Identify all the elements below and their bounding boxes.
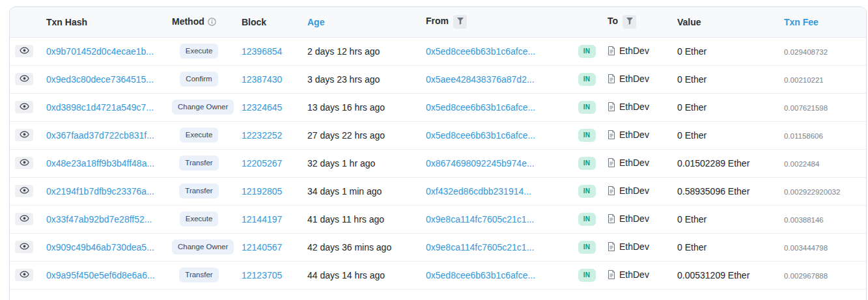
- column-header-to: To: [600, 7, 669, 37]
- cell-age: 27 days 22 hrs ago: [300, 121, 418, 149]
- expand-row-button[interactable]: [15, 129, 33, 141]
- cell-txn-fee: 0.002967888: [776, 261, 866, 289]
- from-address-link[interactable]: 0x9e8ca114fc7605c21c1...: [426, 242, 534, 252]
- from-address-link[interactable]: 0x5ed8cee6b63b1c6afce...: [426, 102, 535, 113]
- txn-hash-link[interactable]: 0x909c49b46ab730dea5...: [46, 242, 154, 252]
- txn-hash-link[interactable]: 0x9b701452d0c4ecae1b...: [46, 46, 154, 57]
- contract-document-icon: [608, 270, 615, 281]
- block-link[interactable]: 12192805: [242, 186, 282, 197]
- eye-icon: [20, 74, 29, 84]
- column-header-method: Method: [164, 7, 234, 37]
- value-text: 0.00531209 Ether: [677, 270, 749, 280]
- transactions-card: Txn Hash Method Block Age From To: [9, 7, 867, 300]
- txn-fee-text: 0.00388146: [784, 216, 824, 224]
- block-link[interactable]: 12205267: [242, 158, 282, 169]
- funnel-icon: [457, 17, 464, 27]
- cell-age: 42 days 36 mins ago: [300, 233, 418, 261]
- expand-row-button[interactable]: [15, 73, 33, 85]
- cell-from: 0x5aee428438376a87d2...: [418, 65, 574, 93]
- cell-to: EthDev: [600, 65, 669, 93]
- eye-icon: [20, 102, 29, 112]
- to-name-link[interactable]: EthDev: [619, 185, 649, 196]
- cell-from: 0x5ed8cee6b63b1c6afce...: [418, 93, 574, 121]
- to-name-link[interactable]: EthDev: [619, 213, 649, 224]
- cell-txn-fee: 0.00388146: [776, 205, 866, 233]
- cell-from: 0x9e8ca114fc7605c21c1...: [418, 205, 574, 233]
- value-text: 0 Ether: [677, 74, 707, 85]
- txn-hash-link[interactable]: 0x9ed3c80dece7364515...: [46, 74, 154, 85]
- cell-txn-hash: 0x367faad37d722cb831f...: [38, 121, 164, 149]
- txn-hash-link[interactable]: 0x33f47ab92bd7e28ff52...: [46, 214, 152, 225]
- expand-row-button[interactable]: [15, 213, 33, 225]
- cell-txn-hash: 0x9b701452d0c4ecae1b...: [38, 37, 164, 65]
- block-link[interactable]: 12387430: [242, 74, 282, 85]
- expand-row-button[interactable]: [15, 101, 33, 113]
- cell-method: Transfer: [164, 149, 234, 177]
- cell-expand: [10, 93, 38, 121]
- to-name-link[interactable]: EthDev: [619, 241, 649, 252]
- block-link[interactable]: 12123705: [242, 270, 282, 280]
- cell-method: Execute: [164, 121, 234, 149]
- from-address-link[interactable]: 0x5ed8cee6b63b1c6afce...: [426, 130, 535, 141]
- to-name-link[interactable]: EthDev: [619, 46, 649, 56]
- to-name-link[interactable]: EthDev: [619, 102, 649, 112]
- txn-fee-sort-link[interactable]: Txn Fee: [784, 17, 819, 27]
- txn-hash-header-label: Txn Hash: [46, 17, 87, 27]
- from-address-link[interactable]: 0xf432ed86cdbb231914...: [426, 186, 531, 197]
- cell-txn-fee: 0.007621598: [776, 93, 866, 121]
- direction-badge: IN: [578, 45, 596, 58]
- txn-hash-link[interactable]: 0xd3898c1d4721a549c7...: [46, 102, 154, 113]
- block-link[interactable]: 12232252: [242, 130, 282, 141]
- cell-txn-fee: 0.002922920032: [776, 177, 866, 205]
- txn-fee-text: 0.029408732: [784, 48, 828, 56]
- from-address-link[interactable]: 0x8674698092245b974e...: [426, 158, 535, 169]
- from-address-link[interactable]: 0x9e8ca114fc7605c21c1...: [426, 214, 534, 225]
- column-header-value: Value: [669, 7, 776, 37]
- expand-row-button[interactable]: [15, 45, 33, 57]
- value-header-label: Value: [677, 17, 701, 27]
- cell-to: EthDev: [600, 149, 669, 177]
- txn-hash-link[interactable]: 0x367faad37d722cb831f...: [46, 130, 154, 141]
- cell-expand: [10, 65, 38, 93]
- column-header-age[interactable]: Age: [300, 7, 418, 37]
- cell-txn-hash: 0x48e23a18ff9b3b4ff48a...: [38, 149, 164, 177]
- cell-from: 0x8674698092245b974e...: [418, 149, 574, 177]
- to-name-link[interactable]: EthDev: [619, 130, 649, 140]
- method-badge: Confirm: [180, 72, 217, 87]
- block-link[interactable]: 12396854: [242, 46, 282, 57]
- cell-block: 12123705: [234, 261, 300, 289]
- block-link[interactable]: 12324645: [242, 102, 282, 113]
- to-filter-button[interactable]: [623, 15, 636, 29]
- cell-value: 0 Ether: [669, 93, 776, 121]
- to-name-link[interactable]: EthDev: [619, 269, 649, 280]
- method-badge: Transfer: [179, 267, 218, 283]
- cell-to: EthDev: [600, 121, 669, 149]
- cell-value: 0 Ether: [669, 233, 776, 261]
- direction-badge: IN: [578, 185, 596, 198]
- table-row: 0x9a95f450e5ef6d8e6a6... Transfer 121237…: [10, 261, 866, 289]
- txn-hash-link[interactable]: 0x2194f1b7dfb9c23376a...: [46, 186, 154, 197]
- eye-icon: [20, 130, 29, 140]
- age-sort-link[interactable]: Age: [307, 17, 324, 27]
- from-address-link[interactable]: 0x5aee428438376a87d2...: [426, 74, 535, 85]
- eye-icon: [20, 270, 29, 280]
- table-row: 0x9b701452d0c4ecae1b... Execute 12396854…: [10, 37, 866, 65]
- txn-hash-link[interactable]: 0x48e23a18ff9b3b4ff48a...: [46, 158, 154, 169]
- cell-expand: [10, 261, 38, 289]
- block-link[interactable]: 12144197: [242, 214, 282, 225]
- expand-row-button[interactable]: [15, 185, 33, 197]
- expand-row-button[interactable]: [15, 269, 33, 281]
- block-link[interactable]: 12140567: [242, 242, 282, 252]
- to-header-label: To: [608, 16, 618, 26]
- txn-hash-link[interactable]: 0x9a95f450e5ef6d8e6a6...: [46, 270, 155, 280]
- method-badge: Transfer: [179, 184, 218, 199]
- to-name-link[interactable]: EthDev: [619, 157, 649, 168]
- to-name-link[interactable]: EthDev: [619, 74, 649, 84]
- from-address-link[interactable]: 0x5ed8cee6b63b1c6afce...: [426, 270, 535, 280]
- expand-row-button[interactable]: [15, 241, 33, 253]
- expand-row-button[interactable]: [15, 157, 33, 169]
- column-header-txn-fee[interactable]: Txn Fee: [776, 7, 866, 37]
- from-filter-button[interactable]: [453, 15, 467, 29]
- eye-icon: [20, 242, 29, 252]
- from-address-link[interactable]: 0x5ed8cee6b63b1c6afce...: [426, 46, 535, 57]
